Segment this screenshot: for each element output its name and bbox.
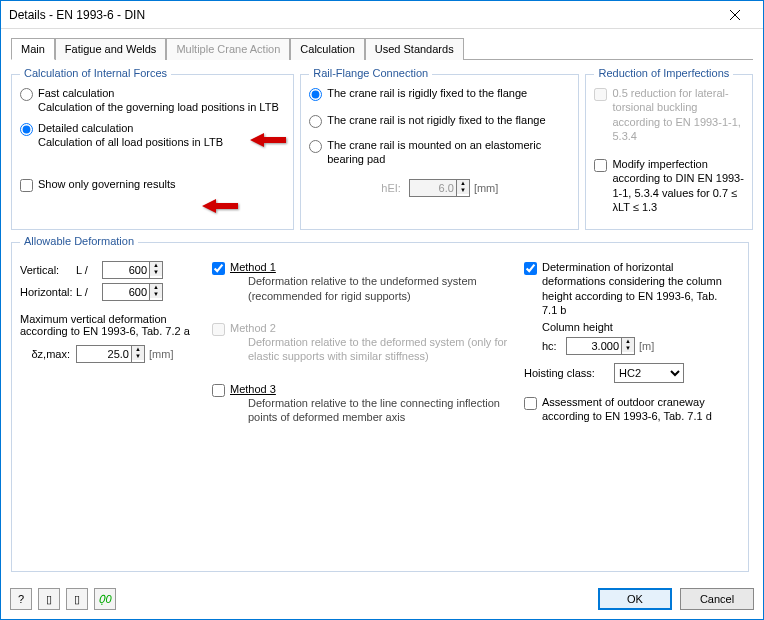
- check-method-1[interactable]: [212, 262, 225, 275]
- toolbar-button-3[interactable]: 0̣0: [94, 588, 116, 610]
- annotation-arrow-icon: [250, 131, 286, 149]
- label-detailed-calc: Detailed calculation Calculation of all …: [38, 121, 223, 150]
- input-hc[interactable]: [566, 337, 622, 355]
- toolbar-button-2[interactable]: ▯: [66, 588, 88, 610]
- spinner-vertical[interactable]: ▲▼: [150, 261, 163, 279]
- spinner-horizontal[interactable]: ▲▼: [150, 283, 163, 301]
- spinner-hei: ▲▼: [457, 179, 470, 197]
- label-modify-imperfection: Modify imperfection according to DIN EN …: [612, 157, 744, 214]
- label-assessment-outdoor: Assessment of outdoor craneway according…: [542, 395, 734, 424]
- tabs: Main Fatigue and Welds Multiple Crane Ac…: [11, 37, 753, 60]
- label-hei: hEI:: [381, 182, 401, 194]
- radio-rail-rigid[interactable]: [309, 88, 322, 101]
- check-modify-imperfection[interactable]: [594, 159, 607, 172]
- label-L-over: L /: [76, 264, 102, 276]
- window-title: Details - EN 1993-6 - DIN: [9, 8, 715, 22]
- label-horizontal: Horizontal:: [20, 286, 76, 298]
- close-icon: [730, 10, 740, 20]
- group-calc-forces: Calculation of Internal Forces Fast calc…: [11, 74, 294, 230]
- help-icon: ?: [18, 593, 24, 605]
- radio-rail-not-rigid[interactable]: [309, 115, 322, 128]
- tab-fatigue[interactable]: Fatigue and Welds: [55, 38, 167, 60]
- radio-detailed-calc[interactable]: [20, 123, 33, 136]
- unit-m: [m]: [639, 340, 654, 352]
- group-allowable-deformation: Allowable Deformation Vertical: L / ▲▼ H…: [11, 242, 749, 572]
- select-hoisting-class[interactable]: HC2: [614, 363, 684, 383]
- number-format-icon: 0̣0: [98, 593, 111, 606]
- group-title: Allowable Deformation: [20, 235, 138, 247]
- label-det-horizontal: Determination of horizontal deformations…: [542, 260, 734, 317]
- cancel-button[interactable]: Cancel: [680, 588, 754, 610]
- label-rail-elastomeric: The crane rail is mounted on an elastome…: [327, 138, 570, 167]
- unit-hei: [mm]: [474, 182, 498, 194]
- label-rail-not-rigid: The crane rail is not rigidly fixed to t…: [327, 113, 545, 127]
- help-button[interactable]: ?: [10, 588, 32, 610]
- label-hc: hc:: [542, 340, 566, 352]
- titlebar: Details - EN 1993-6 - DIN: [1, 1, 763, 29]
- svg-marker-3: [202, 199, 238, 213]
- label-max-vert-def: Maximum vertical deformation according t…: [20, 313, 200, 337]
- unit-mm: [mm]: [149, 348, 173, 360]
- group-rail-flange: Rail-Flange Connection The crane rail is…: [300, 74, 579, 230]
- svg-marker-2: [250, 133, 286, 147]
- label-rail-rigid: The crane rail is rigidly fixed to the f…: [327, 86, 527, 100]
- check-show-only-governing[interactable]: [20, 179, 33, 192]
- label-delta: δz,max:: [20, 348, 70, 360]
- check-05-reduction: [594, 88, 607, 101]
- check-assessment-outdoor[interactable]: [524, 397, 537, 410]
- group-title: Reduction of Imperfections: [594, 67, 733, 79]
- spinner-hc[interactable]: ▲▼: [622, 337, 635, 355]
- radio-fast-calc[interactable]: [20, 88, 33, 101]
- annotation-arrow-icon: [202, 197, 238, 215]
- label-method-2: Method 2 Deformation relative to the def…: [230, 321, 512, 364]
- group-title: Rail-Flange Connection: [309, 67, 432, 79]
- page-icon: ▯: [74, 593, 80, 606]
- tab-multiple-crane: Multiple Crane Action: [166, 38, 290, 60]
- input-delta-zmax[interactable]: [76, 345, 132, 363]
- tab-used-standards[interactable]: Used Standards: [365, 38, 464, 60]
- spinner-delta[interactable]: ▲▼: [132, 345, 145, 363]
- label-fast-calc: Fast calculation Calculation of the gove…: [38, 86, 279, 115]
- check-det-horizontal[interactable]: [524, 262, 537, 275]
- footer: ? ▯ ▯ 0̣0 OK Cancel: [0, 578, 764, 620]
- label-method-3: Method 3 Deformation relative to the lin…: [230, 382, 512, 425]
- group-reduction: Reduction of Imperfections 0.5 reduction…: [585, 74, 753, 230]
- input-hei: [409, 179, 457, 197]
- input-vertical-L[interactable]: [102, 261, 150, 279]
- page-icon: ▯: [46, 593, 52, 606]
- label-method-1: Method 1 Deformation relative to the und…: [230, 260, 512, 303]
- label-show-only: Show only governing results: [38, 177, 176, 191]
- toolbar-button-1[interactable]: ▯: [38, 588, 60, 610]
- check-method-2: [212, 323, 225, 336]
- label-vertical: Vertical:: [20, 264, 76, 276]
- label-L-over: L /: [76, 286, 102, 298]
- label-column-height: Column height: [542, 321, 734, 333]
- label-hoisting-class: Hoisting class:: [524, 367, 614, 379]
- tab-main[interactable]: Main: [11, 38, 55, 60]
- ok-button[interactable]: OK: [598, 588, 672, 610]
- check-method-3[interactable]: [212, 384, 225, 397]
- label-05-reduction: 0.5 reduction for lateral-torsional buck…: [612, 86, 744, 143]
- input-horizontal-L[interactable]: [102, 283, 150, 301]
- close-button[interactable]: [715, 2, 755, 28]
- group-title: Calculation of Internal Forces: [20, 67, 171, 79]
- tab-calculation[interactable]: Calculation: [290, 38, 364, 60]
- radio-rail-elastomeric[interactable]: [309, 140, 322, 153]
